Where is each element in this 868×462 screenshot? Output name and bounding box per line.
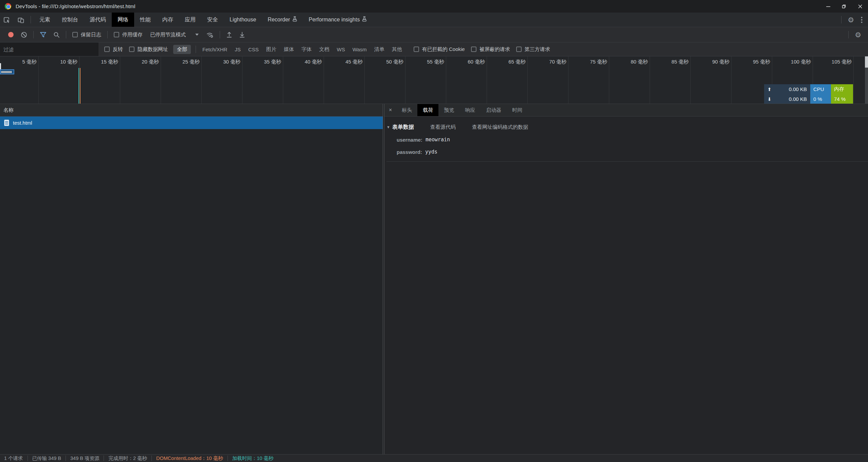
triangle-down-icon[interactable]: ▼	[386, 125, 392, 129]
document-icon	[4, 120, 9, 126]
memory-usage-box: 内存 74 %	[831, 84, 853, 104]
devtools-tab[interactable]: 性能	[134, 13, 157, 27]
window-title: DevTools - file:///D:/git/note/webstrom/…	[16, 3, 135, 9]
filter-input[interactable]	[0, 42, 98, 56]
timeline-tick: 25 毫秒	[161, 56, 202, 104]
memory-value: 74 %	[831, 94, 853, 104]
devtools-tab[interactable]: 网络	[112, 13, 134, 27]
section-divider	[386, 161, 868, 162]
detail-tab[interactable]: 启动器	[481, 104, 507, 116]
devtools-tab[interactable]: 内存	[157, 13, 179, 27]
detail-tab[interactable]: 预览	[438, 104, 459, 116]
record-network-log-button[interactable]	[8, 32, 14, 37]
third-party-checkbox-group[interactable]: 第三方请求	[513, 46, 553, 53]
devtools-tab[interactable]: 应用	[179, 13, 201, 27]
disable-cache-checkbox-group[interactable]: 停用缓存	[110, 32, 146, 38]
devtools-tab[interactable]: 源代码	[84, 13, 112, 27]
detail-tab[interactable]: 标头	[396, 104, 417, 116]
filter-funnel-icon[interactable]	[36, 27, 50, 42]
devtools-tab[interactable]: Performance insights	[303, 13, 373, 27]
timeline-tick: 50 毫秒	[365, 56, 405, 104]
devtools-tab[interactable]: Lighthouse	[224, 13, 262, 27]
view-source-link[interactable]: 查看源代码	[430, 124, 456, 130]
divider	[31, 16, 31, 23]
load-event-line	[80, 68, 80, 104]
view-urlencoded-link[interactable]: 查看网址编码格式的数据	[472, 124, 528, 130]
blocked-cookies-checkbox[interactable]	[414, 47, 419, 52]
filter-type-chip[interactable]: CSS	[245, 47, 263, 52]
timeline-tick: 75 毫秒	[568, 56, 609, 104]
network-main-area: 名称 test.html × 标头载荷预览响应启动器	[0, 104, 868, 454]
blocked-cookies-checkbox-group[interactable]: 有已拦截的 Cookie	[411, 46, 468, 53]
hide-data-urls-checkbox[interactable]	[129, 47, 134, 52]
invert-label: 反转	[113, 46, 123, 53]
minimize-button[interactable]	[820, 0, 836, 13]
throttling-select[interactable]: 已停用节流模式	[146, 32, 203, 38]
close-window-button[interactable]	[852, 0, 868, 13]
divider	[220, 31, 220, 38]
devtools-tab[interactable]: Recorder	[262, 13, 303, 27]
timeline-tick: 40 毫秒	[283, 56, 324, 104]
timeline-scrollbar-thumb[interactable]	[865, 56, 868, 68]
blocked-requests-checkbox[interactable]	[471, 47, 476, 52]
kebab-menu-icon[interactable]	[857, 13, 868, 27]
filter-type-all[interactable]: 全部	[173, 45, 191, 54]
timeline-tick: 20 毫秒	[120, 56, 161, 104]
window-controls	[820, 0, 868, 13]
filter-type-chip[interactable]: Wasm	[349, 47, 370, 52]
blocked-requests-checkbox-group[interactable]: 被屏蔽的请求	[468, 46, 513, 53]
filter-type-chip[interactable]: Fetch/XHR	[199, 47, 231, 52]
restore-button[interactable]	[836, 0, 852, 13]
device-toolbar-icon[interactable]	[14, 13, 28, 27]
invert-checkbox[interactable]	[104, 47, 110, 52]
invert-checkbox-group[interactable]: 反转	[101, 46, 126, 53]
network-status-bar: 1 个请求已传输 349 B349 B 项资源完成用时：2 毫秒DOMConte…	[0, 454, 868, 462]
request-row[interactable]: test.html	[0, 117, 383, 129]
disable-cache-checkbox[interactable]	[114, 32, 119, 37]
hide-data-urls-checkbox-group[interactable]: 隐藏数据网址	[126, 46, 171, 53]
devtools-tab[interactable]: 安全	[201, 13, 224, 27]
name-column-header[interactable]: 名称	[0, 104, 383, 117]
timeline-ticks: 5 毫秒10 毫秒15 毫秒20 毫秒25 毫秒30 毫秒35 毫秒40 毫秒4…	[0, 56, 868, 104]
tab-label: 性能	[140, 16, 151, 23]
tab-label: Performance insights	[309, 17, 360, 23]
detail-tab[interactable]: 载荷	[417, 104, 438, 116]
filter-type-chip[interactable]: 其他	[388, 46, 406, 53]
settings-gear-icon[interactable]: ⚙	[844, 13, 857, 27]
network-conditions-icon[interactable]	[203, 27, 217, 42]
devtools-tab[interactable]: 控制台	[56, 13, 84, 27]
filter-type-chip[interactable]: 字体	[298, 46, 315, 53]
toolbar-right-controls: ⚙	[846, 27, 868, 42]
cpu-usage-box: CPU 0 %	[810, 84, 831, 104]
filter-type-chip[interactable]: 清单	[370, 46, 388, 53]
filter-type-chip[interactable]: 图片	[263, 46, 280, 53]
blocked-requests-label: 被屏蔽的请求	[480, 46, 510, 53]
detail-tab[interactable]: 响应	[459, 104, 481, 116]
preserve-log-checkbox[interactable]	[72, 32, 78, 37]
filter-type-chip[interactable]: 文档	[315, 46, 333, 53]
export-har-icon[interactable]	[236, 27, 249, 42]
timeline-scrollbar[interactable]	[865, 56, 868, 104]
filter-type-chip[interactable]: 媒体	[280, 46, 298, 53]
filter-type-chip[interactable]: JS	[231, 47, 245, 52]
network-settings-gear-icon[interactable]: ⚙	[851, 27, 865, 42]
import-har-icon[interactable]	[223, 27, 236, 42]
request-list-panel: 名称 test.html	[0, 104, 383, 454]
search-icon[interactable]	[50, 27, 63, 42]
network-toolbar: 保留日志 停用缓存 已停用节流模式	[0, 27, 868, 42]
detail-tabbar: × 标头载荷预览响应启动器时间	[384, 104, 868, 117]
upload-value: 0.00 KB	[789, 86, 807, 92]
param-value: yyds	[425, 149, 437, 155]
close-detail-icon[interactable]: ×	[384, 104, 396, 116]
detail-tab[interactable]: 时间	[507, 104, 528, 116]
request-waterfall-bar[interactable]	[0, 69, 14, 74]
inspect-element-icon[interactable]	[0, 13, 14, 27]
param-key: password:	[397, 149, 422, 155]
third-party-checkbox[interactable]	[516, 47, 522, 52]
clear-network-log-icon[interactable]	[17, 27, 31, 42]
filter-type-chip[interactable]: WS	[333, 47, 349, 52]
preserve-log-checkbox-group[interactable]: 保留日志	[69, 32, 105, 38]
devtools-tab[interactable]: 元素	[34, 13, 56, 27]
divider	[848, 31, 849, 38]
status-bar-item: 加载时间：10 毫秒	[228, 456, 278, 461]
